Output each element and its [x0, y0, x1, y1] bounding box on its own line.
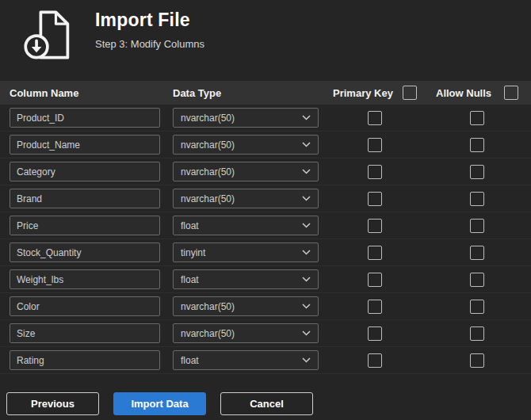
chevron-down-icon	[302, 196, 311, 201]
table-row: nvarchar(50)	[0, 185, 531, 212]
table-row: nvarchar(50)	[0, 132, 531, 158]
table-row: nvarchar(50)	[0, 293, 531, 320]
data-type-value: float	[181, 274, 199, 285]
column-name-input[interactable]	[10, 135, 160, 155]
table-row: nvarchar(50)	[0, 105, 531, 132]
data-type-value: tinyint	[181, 247, 205, 258]
import-file-dialog: Import File Step 3: Modify Columns Colum…	[0, 0, 531, 415]
page-title: Import File	[95, 10, 204, 31]
header-primary-key-label: Primary Key	[333, 87, 393, 99]
table-row: nvarchar(50)	[0, 158, 531, 185]
previous-button[interactable]: Previous	[6, 392, 99, 415]
column-name-input[interactable]	[10, 108, 160, 128]
data-type-value: nvarchar(50)	[181, 113, 235, 124]
header-primary-key-group: Primary Key	[333, 86, 436, 100]
primary-key-checkbox[interactable]	[368, 219, 382, 233]
primary-key-checkbox[interactable]	[368, 138, 382, 152]
data-type-select[interactable]: nvarchar(50)	[173, 323, 319, 343]
chevron-down-icon	[302, 142, 311, 147]
column-name-input[interactable]	[10, 350, 160, 370]
column-name-input[interactable]	[10, 189, 160, 208]
column-name-input[interactable]	[10, 162, 160, 181]
column-name-input[interactable]	[10, 269, 160, 289]
data-type-value: float	[181, 355, 199, 366]
table-row: nvarchar(50)	[0, 320, 531, 347]
primary-key-checkbox[interactable]	[368, 326, 382, 341]
column-name-input[interactable]	[10, 242, 160, 262]
chevron-down-icon	[302, 357, 311, 363]
chevron-down-icon	[302, 330, 311, 336]
data-type-select[interactable]: nvarchar(50)	[173, 162, 319, 181]
dialog-header: Import File Step 3: Modify Columns	[0, 0, 531, 81]
allow-nulls-checkbox[interactable]	[470, 219, 484, 233]
primary-key-checkbox[interactable]	[368, 165, 382, 179]
cancel-button[interactable]: Cancel	[220, 392, 313, 415]
header-allow-nulls-label: Allow Nulls	[436, 87, 491, 99]
primary-key-select-all-checkbox[interactable]	[403, 86, 417, 100]
allow-nulls-checkbox[interactable]	[470, 326, 484, 341]
import-file-icon	[22, 8, 76, 62]
allow-nulls-checkbox[interactable]	[470, 138, 484, 152]
chevron-down-icon	[302, 277, 311, 282]
data-type-select[interactable]: nvarchar(50)	[173, 135, 319, 155]
import-data-button[interactable]: Import Data	[113, 392, 206, 415]
table-row: float	[0, 266, 531, 293]
allow-nulls-select-all-checkbox[interactable]	[504, 86, 518, 100]
chevron-down-icon	[302, 115, 311, 120]
header-column-name: Column Name	[10, 87, 173, 99]
primary-key-checkbox[interactable]	[368, 300, 382, 314]
data-type-select[interactable]: float	[173, 269, 319, 289]
data-type-select[interactable]: float	[173, 350, 319, 370]
table-row: tinyint	[0, 239, 531, 266]
data-type-select[interactable]: nvarchar(50)	[173, 189, 319, 208]
allow-nulls-checkbox[interactable]	[470, 111, 484, 125]
column-name-input[interactable]	[10, 296, 160, 316]
column-rows: nvarchar(50) nvarchar(50)	[0, 105, 531, 374]
step-subtitle: Step 3: Modify Columns	[95, 38, 204, 50]
chevron-down-icon	[302, 250, 311, 255]
primary-key-checkbox[interactable]	[368, 246, 382, 260]
data-type-select[interactable]: nvarchar(50)	[173, 296, 319, 316]
table-row: float	[0, 212, 531, 239]
column-name-input[interactable]	[10, 216, 160, 235]
allow-nulls-checkbox[interactable]	[470, 246, 484, 260]
chevron-down-icon	[302, 223, 311, 228]
data-type-value: float	[181, 220, 199, 231]
data-type-value: nvarchar(50)	[181, 193, 235, 204]
data-type-value: nvarchar(50)	[181, 328, 235, 339]
allow-nulls-checkbox[interactable]	[470, 165, 484, 179]
allow-nulls-checkbox[interactable]	[470, 192, 484, 206]
data-type-select[interactable]: tinyint	[173, 242, 319, 262]
table-row: float	[0, 347, 531, 374]
primary-key-checkbox[interactable]	[368, 273, 382, 287]
allow-nulls-checkbox[interactable]	[470, 353, 484, 368]
primary-key-checkbox[interactable]	[368, 192, 382, 206]
chevron-down-icon	[302, 169, 311, 174]
header-data-type: Data Type	[173, 87, 333, 99]
data-type-value: nvarchar(50)	[181, 166, 235, 178]
chevron-down-icon	[302, 304, 311, 309]
data-type-select[interactable]: float	[173, 216, 319, 235]
table-header: Column Name Data Type Primary Key Allow …	[0, 81, 531, 105]
data-type-select[interactable]: nvarchar(50)	[173, 108, 319, 128]
primary-key-checkbox[interactable]	[368, 353, 382, 368]
header-allow-nulls-group: Allow Nulls	[436, 86, 531, 100]
header-titles: Import File Step 3: Modify Columns	[95, 8, 204, 50]
data-type-value: nvarchar(50)	[181, 301, 235, 312]
footer-actions: Previous Import Data Cancel	[6, 392, 531, 415]
data-type-value: nvarchar(50)	[181, 139, 235, 151]
column-name-input[interactable]	[10, 323, 160, 343]
allow-nulls-checkbox[interactable]	[470, 273, 484, 287]
primary-key-checkbox[interactable]	[368, 111, 382, 125]
allow-nulls-checkbox[interactable]	[470, 300, 484, 314]
